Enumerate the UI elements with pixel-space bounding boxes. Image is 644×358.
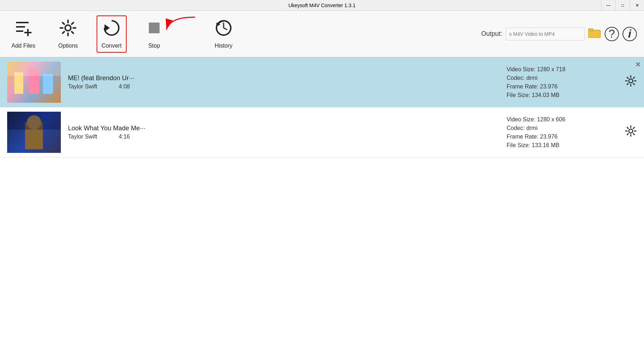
close-button[interactable]: ✕ bbox=[630, 0, 644, 11]
svg-rect-21 bbox=[588, 29, 593, 31]
svg-point-5 bbox=[65, 25, 71, 31]
file-row[interactable]: ME! (feat Brendon Ur···Taylor Swift4:08V… bbox=[0, 57, 644, 107]
frame-rate: Frame Rate: 23.976 bbox=[507, 83, 614, 90]
browse-folder-button[interactable] bbox=[588, 27, 601, 41]
svg-line-18 bbox=[224, 28, 227, 30]
svg-line-38 bbox=[633, 133, 635, 135]
stop-icon bbox=[145, 19, 163, 40]
file-thumbnail bbox=[7, 112, 61, 153]
codec: Codec: drmi bbox=[507, 125, 614, 131]
file-artist: Taylor Swift bbox=[68, 83, 97, 90]
main-content: ME! (feat Brendon Ur···Taylor Swift4:08V… bbox=[0, 57, 644, 358]
stop-button[interactable]: Stop bbox=[141, 16, 167, 52]
file-title: Look What You Made Me··· bbox=[68, 125, 507, 132]
frame-rate: Frame Rate: 23.976 bbox=[507, 134, 614, 140]
file-settings-button[interactable] bbox=[625, 75, 637, 90]
window-controls: — □ ✕ bbox=[601, 0, 644, 11]
add-files-label: Add Files bbox=[11, 43, 35, 49]
file-info: ME! (feat Brendon Ur···Taylor Swift4:08 bbox=[68, 74, 507, 90]
output-label: Output: bbox=[481, 30, 502, 38]
output-path-input[interactable] bbox=[506, 28, 585, 40]
options-icon bbox=[59, 19, 77, 40]
file-duration: 4:16 bbox=[119, 134, 130, 140]
svg-line-31 bbox=[627, 83, 629, 85]
history-button[interactable]: History bbox=[210, 16, 237, 52]
svg-line-40 bbox=[627, 133, 629, 135]
convert-icon bbox=[103, 19, 121, 40]
file-size: File Size: 134.03 MB bbox=[507, 92, 614, 98]
toolbar: Add Files Options bbox=[0, 11, 644, 57]
svg-line-39 bbox=[633, 127, 635, 129]
svg-line-10 bbox=[62, 22, 65, 24]
svg-line-12 bbox=[71, 22, 74, 24]
svg-point-23 bbox=[629, 79, 633, 83]
svg-rect-15 bbox=[149, 23, 160, 33]
output-area: Output: ? i bbox=[481, 27, 637, 41]
svg-marker-14 bbox=[104, 24, 110, 32]
convert-label: Convert bbox=[102, 43, 122, 49]
svg-point-32 bbox=[629, 129, 633, 133]
file-artist-duration: Taylor Swift4:08 bbox=[68, 83, 507, 90]
minimize-button[interactable]: — bbox=[601, 0, 615, 11]
file-meta: Video Size: 1280 x 606Codec: drmiFrame R… bbox=[507, 116, 614, 149]
convert-button[interactable]: Convert bbox=[97, 15, 127, 53]
file-duration: 4:08 bbox=[119, 83, 130, 90]
svg-line-11 bbox=[71, 31, 74, 34]
file-artist-duration: Taylor Swift4:16 bbox=[68, 134, 507, 140]
codec: Codec: drmi bbox=[507, 75, 614, 81]
help-button[interactable]: ? bbox=[605, 27, 619, 41]
file-artist: Taylor Swift bbox=[68, 134, 97, 140]
svg-rect-20 bbox=[588, 30, 600, 38]
stop-label: Stop bbox=[148, 43, 160, 49]
app-title: Ukeysoft M4V Converter 1.3.1 bbox=[288, 3, 356, 8]
svg-line-30 bbox=[633, 77, 635, 78]
video-size: Video Size: 1280 x 606 bbox=[507, 116, 614, 123]
title-bar: Ukeysoft M4V Converter 1.3.1 — □ ✕ bbox=[0, 0, 644, 11]
svg-line-28 bbox=[627, 77, 629, 78]
options-label: Options bbox=[58, 43, 78, 49]
add-files-button[interactable]: Add Files bbox=[7, 16, 40, 52]
file-thumbnail bbox=[7, 62, 61, 103]
add-files-icon bbox=[14, 19, 32, 40]
maximize-button[interactable]: □ bbox=[615, 0, 630, 11]
file-size: File Size: 133.16 MB bbox=[507, 142, 614, 149]
file-row[interactable]: Look What You Made Me···Taylor Swift4:16… bbox=[0, 107, 644, 158]
file-meta: Video Size: 1280 x 718Codec: drmiFrame R… bbox=[507, 66, 614, 98]
history-label: History bbox=[215, 43, 233, 49]
video-size: Video Size: 1280 x 718 bbox=[507, 66, 614, 73]
info-button[interactable]: i bbox=[623, 27, 637, 41]
svg-line-29 bbox=[633, 83, 635, 85]
file-settings-button[interactable] bbox=[625, 125, 637, 140]
history-icon bbox=[215, 19, 233, 40]
file-title: ME! (feat Brendon Ur··· bbox=[68, 74, 507, 82]
options-button[interactable]: Options bbox=[54, 16, 82, 52]
close-row-button[interactable]: ✕ bbox=[635, 60, 641, 69]
file-list: ME! (feat Brendon Ur···Taylor Swift4:08V… bbox=[0, 57, 644, 358]
svg-line-37 bbox=[627, 127, 629, 129]
svg-line-13 bbox=[62, 31, 65, 34]
file-info: Look What You Made Me···Taylor Swift4:16 bbox=[68, 125, 507, 140]
